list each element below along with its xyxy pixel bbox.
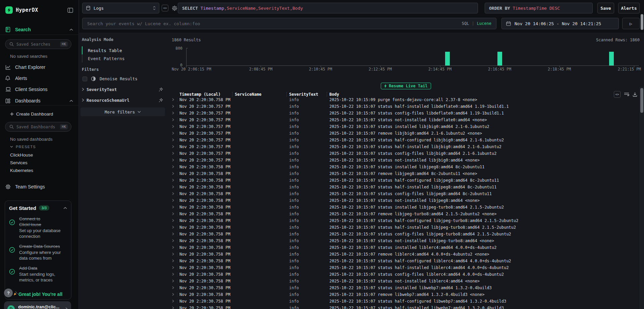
lucene-search-input[interactable]: Search your events w/ Lucene ex. column:… bbox=[82, 18, 496, 29]
preset-kubernetes[interactable]: Kubernetes bbox=[10, 168, 33, 173]
row-expand-icon[interactable] bbox=[172, 138, 174, 141]
table-row[interactable]: Nov 20 2:20:30.757 PMinfo2025-10-22 10:1… bbox=[168, 143, 639, 150]
presets-header[interactable]: PRESETS bbox=[10, 145, 36, 149]
table-row[interactable]: Nov 20 2:20:30.757 PMinfo2025-10-22 10:1… bbox=[168, 150, 639, 157]
row-expand-icon[interactable] bbox=[172, 185, 174, 188]
chevron-up-icon[interactable] bbox=[69, 100, 73, 102]
time-range-picker[interactable]: Nov 20 14:06:25 - Nov 20 14:21:25 bbox=[501, 18, 619, 29]
sidebar-item-search[interactable]: Search bbox=[0, 25, 78, 34]
row-expand-icon[interactable] bbox=[172, 306, 174, 309]
table-row[interactable]: Nov 20 2:20:30.758 PMinfo2025-10-22 10:1… bbox=[168, 284, 639, 291]
pin-icon[interactable] bbox=[159, 87, 163, 92]
table-row[interactable]: Nov 20 2:20:30.758 PMinfo2025-10-22 10:1… bbox=[168, 170, 639, 177]
table-row[interactable]: Nov 20 2:20:30.757 PMinfo2025-10-22 10:1… bbox=[168, 137, 639, 143]
select-query-input[interactable]: SELECT Timestamp ,ServiceName,SeverityTe… bbox=[178, 3, 478, 13]
row-expand-icon[interactable] bbox=[172, 172, 174, 175]
denoise-checkbox[interactable] bbox=[83, 77, 87, 81]
chevron-up-icon[interactable] bbox=[63, 207, 67, 209]
table-row[interactable]: Nov 20 2:20:30.758 PMinfo2025-10-22 10:1… bbox=[168, 305, 639, 309]
row-expand-icon[interactable] bbox=[172, 226, 174, 229]
download-icon[interactable] bbox=[633, 92, 637, 97]
table-row[interactable]: Nov 20 2:20:30.758 PMinfo2025-10-22 10:1… bbox=[168, 164, 639, 170]
filter-group-resourceschemaurl[interactable]: ResourceSchemaUrl bbox=[82, 96, 166, 104]
pin-icon[interactable] bbox=[159, 98, 163, 102]
row-expand-icon[interactable] bbox=[172, 132, 174, 135]
more-filters-button[interactable]: More filters bbox=[80, 107, 165, 116]
table-row[interactable]: Nov 20 2:20:30.757 PMinfo2025-10-22 10:1… bbox=[168, 123, 639, 130]
row-expand-icon[interactable] bbox=[172, 179, 174, 182]
table-row[interactable]: Nov 20 2:20:30.757 PMinfo2025-10-22 10:1… bbox=[168, 130, 639, 137]
row-expand-icon[interactable] bbox=[172, 212, 174, 215]
preset-services[interactable]: Services bbox=[10, 160, 28, 165]
row-expand-icon[interactable] bbox=[172, 286, 174, 289]
row-expand-icon[interactable] bbox=[172, 239, 174, 242]
row-expand-icon[interactable] bbox=[172, 246, 174, 249]
chevron-up-icon[interactable] bbox=[69, 29, 73, 31]
row-expand-icon[interactable] bbox=[172, 232, 174, 235]
mode-results-table[interactable]: Results Table bbox=[82, 46, 166, 54]
row-expand-icon[interactable] bbox=[172, 125, 174, 128]
table-row[interactable]: Nov 20 2:20:30.757 PMinfo2025-10-22 10:1… bbox=[168, 110, 639, 117]
col-severitytext[interactable]: SeverityText bbox=[289, 92, 318, 97]
table-row[interactable]: Nov 20 2:20:30.758 PMinfo2025-10-22 10:1… bbox=[168, 224, 639, 231]
row-expand-icon[interactable] bbox=[172, 192, 174, 195]
sidebar-item-team-settings[interactable]: Team Settings bbox=[0, 182, 78, 191]
get-started-item[interactable]: Add Data Start sending logs, metrics, or… bbox=[9, 265, 67, 283]
col-servicename[interactable]: ServiceName bbox=[235, 92, 261, 97]
table-row[interactable]: Nov 20 2:20:30.758 PMinfo2025-10-22 10:1… bbox=[168, 251, 639, 258]
code-view-button[interactable]: <> bbox=[162, 5, 168, 11]
histogram-bar[interactable] bbox=[609, 52, 614, 65]
table-row[interactable]: Nov 20 2:20:30.758 PMinfo2025-10-22 10:1… bbox=[168, 190, 639, 197]
get-started-item[interactable]: Connect to ClickHouse Set up your databa… bbox=[9, 216, 67, 239]
run-query-button[interactable]: ▷ bbox=[622, 18, 640, 29]
row-expand-icon[interactable] bbox=[172, 219, 174, 222]
sidebar-collapse-icon[interactable] bbox=[67, 8, 73, 13]
col-timestamp[interactable]: Timestamp (Local) bbox=[179, 92, 221, 97]
sidebar-item-dashboards[interactable]: Dashboards bbox=[0, 96, 78, 105]
filter-group-severitytext[interactable]: SeverityText bbox=[82, 86, 166, 93]
table-row[interactable]: Nov 20 2:20:30.758 PMinfo2025-10-22 10:1… bbox=[168, 237, 639, 244]
table-row[interactable]: Nov 20 2:20:30.758 PMinfo2025-10-22 10:1… bbox=[168, 197, 639, 204]
row-expand-icon[interactable] bbox=[172, 300, 174, 303]
scrollbar-track[interactable] bbox=[640, 87, 644, 309]
table-row[interactable]: Nov 20 2:20:30.758 PMinfo2025-10-22 10:1… bbox=[168, 258, 639, 264]
lucene-toggle[interactable]: Lucene bbox=[477, 21, 491, 26]
table-row[interactable]: Nov 20 2:20:30.758 PMinfo2025-10-22 10:1… bbox=[168, 244, 639, 251]
preset-clickhouse[interactable]: ClickHouse bbox=[10, 152, 33, 158]
col-body[interactable]: Body bbox=[329, 92, 339, 97]
row-expand-icon[interactable] bbox=[172, 293, 174, 296]
table-row[interactable]: Nov 20 2:20:30.758 PMinfo2025-10-22 10:1… bbox=[168, 177, 639, 184]
sidebar-item-chart-explorer[interactable]: Chart Explorer bbox=[0, 62, 78, 72]
histogram-bar[interactable] bbox=[445, 52, 450, 65]
sql-toggle[interactable]: SQL bbox=[462, 21, 469, 26]
table-row[interactable]: Nov 20 2:20:30.758 PMinfo2025-10-22 10:1… bbox=[168, 278, 639, 284]
create-dashboard-button[interactable]: Create Dashboard bbox=[10, 112, 53, 117]
row-expand-icon[interactable] bbox=[172, 273, 174, 276]
row-expand-icon[interactable] bbox=[172, 266, 174, 269]
row-expand-icon[interactable] bbox=[172, 253, 174, 256]
table-row[interactable]: Nov 20 2:20:30.758 PMinfo2025-10-22 10:1… bbox=[168, 204, 639, 211]
sidebar-item-client-sessions[interactable]: Client Sessions bbox=[0, 85, 78, 94]
row-expand-icon[interactable] bbox=[172, 165, 174, 168]
table-row[interactable]: Nov 20 2:20:30.758 PMinfo2025-10-22 10:1… bbox=[168, 298, 639, 305]
row-expand-icon[interactable] bbox=[172, 279, 174, 282]
row-expand-icon[interactable] bbox=[172, 98, 174, 101]
row-expand-icon[interactable] bbox=[172, 118, 174, 121]
table-row[interactable]: Nov 20 2:20:30.758 PMinfo2025-10-22 10:1… bbox=[168, 264, 639, 271]
saved-dashboards-input[interactable]: Saved Dashboards ⌘K bbox=[5, 122, 71, 132]
alerts-button[interactable]: Alerts bbox=[618, 3, 640, 13]
row-expand-icon[interactable] bbox=[172, 152, 174, 155]
row-expand-icon[interactable] bbox=[172, 206, 174, 209]
table-row[interactable]: Nov 20 2:20:30.758 PMinfo2025-10-22 10:1… bbox=[168, 211, 639, 217]
mode-event-patterns[interactable]: Event Patterns bbox=[82, 54, 166, 62]
table-row[interactable]: Nov 20 2:20:30.758 PMinfo2025-10-22 10:1… bbox=[168, 217, 639, 224]
table-row[interactable]: Nov 20 2:20:30.758 PMinfo2025-10-22 10:1… bbox=[168, 96, 639, 103]
table-row[interactable]: Nov 20 2:20:30.757 PMinfo2025-10-22 10:1… bbox=[168, 103, 639, 110]
sidebar-item-alerts[interactable]: Alerts bbox=[0, 74, 78, 83]
saved-searches-input[interactable]: Saved Searches ⌘K bbox=[5, 39, 71, 49]
histogram-bar[interactable] bbox=[497, 52, 502, 65]
get-started-item[interactable]: Create Data Sources Configure where your… bbox=[9, 244, 67, 261]
row-expand-icon[interactable] bbox=[172, 159, 174, 162]
row-expand-icon[interactable] bbox=[172, 199, 174, 202]
table-row[interactable]: Nov 20 2:20:30.758 PMinfo2025-10-22 10:1… bbox=[168, 271, 639, 278]
